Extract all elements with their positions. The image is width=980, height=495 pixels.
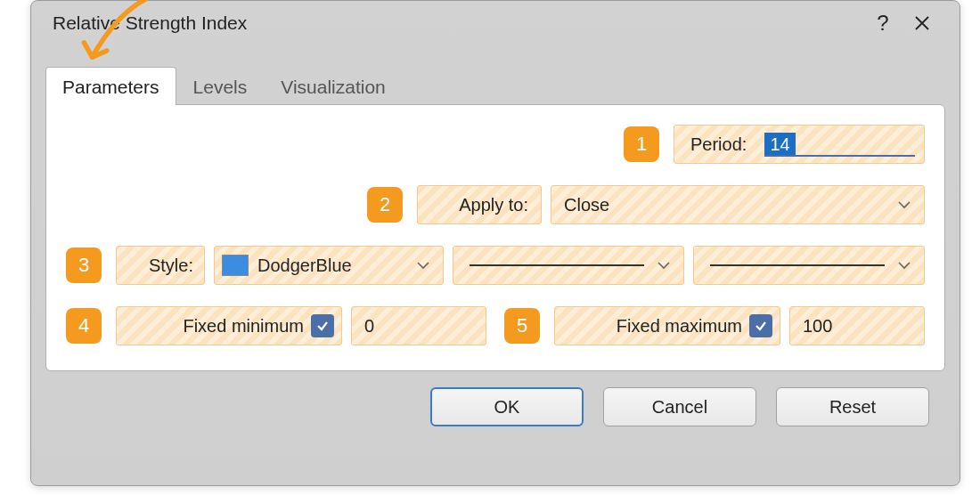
fixed-maximum-value: 100 bbox=[803, 316, 832, 337]
row-period: 1 Period: 14 bbox=[66, 125, 925, 164]
annotation-badge-1: 1 bbox=[624, 126, 659, 162]
style-line-width-select[interactable] bbox=[693, 246, 925, 285]
close-button[interactable] bbox=[902, 14, 942, 32]
fixed-minimum-group: Fixed minimum bbox=[116, 306, 342, 345]
titlebar: Relative Strength Index ? bbox=[31, 1, 960, 45]
fixed-maximum-group: Fixed maximum bbox=[554, 306, 780, 345]
fixed-minimum-label: Fixed minimum bbox=[183, 316, 304, 337]
chevron-down-icon bbox=[657, 261, 674, 270]
annotation-badge-4: 4 bbox=[66, 308, 102, 344]
dialog-window: Relative Strength Index ? Parameters Lev… bbox=[30, 0, 960, 486]
fixed-maximum-checkbox[interactable] bbox=[749, 314, 772, 337]
fixed-minimum-checkbox[interactable] bbox=[311, 314, 334, 337]
tab-visualization[interactable]: Visualization bbox=[264, 67, 403, 105]
tab-levels[interactable]: Levels bbox=[176, 67, 265, 105]
period-value: 14 bbox=[764, 133, 795, 157]
ok-button[interactable]: OK bbox=[430, 387, 584, 426]
button-row: OK Cancel Reset bbox=[31, 371, 960, 426]
annotation-badge-2: 2 bbox=[367, 187, 403, 223]
chevron-down-icon bbox=[897, 200, 915, 209]
input-underline bbox=[764, 155, 915, 157]
row-fixed-range: 4 Fixed minimum 0 5 Fixed maximum 100 bbox=[66, 306, 925, 345]
fixed-maximum-value-box[interactable]: 100 bbox=[789, 306, 925, 345]
chevron-down-icon bbox=[897, 261, 915, 270]
style-color-name: DodgerBlue bbox=[257, 256, 416, 276]
dialog-title: Relative Strength Index bbox=[53, 12, 863, 34]
line-type-sample bbox=[470, 264, 644, 266]
fixed-minimum-value: 0 bbox=[364, 316, 374, 337]
style-color-select[interactable]: DodgerBlue bbox=[214, 246, 444, 285]
period-label: Period: bbox=[690, 134, 747, 155]
fixed-minimum-value-box[interactable]: 0 bbox=[351, 306, 486, 345]
color-swatch bbox=[222, 255, 249, 276]
apply-to-select[interactable]: Close bbox=[551, 185, 925, 224]
close-icon bbox=[913, 14, 931, 32]
apply-to-value: Close bbox=[564, 195, 609, 215]
style-line-type-select[interactable] bbox=[453, 246, 684, 285]
apply-to-label: Apply to: bbox=[459, 195, 528, 215]
annotation-badge-3: 3 bbox=[66, 248, 102, 283]
style-label-box: Style: bbox=[116, 246, 205, 285]
tab-strip: Parameters Levels Visualization bbox=[31, 67, 960, 105]
period-field-group: Period: 14 bbox=[674, 125, 925, 164]
reset-button[interactable]: Reset bbox=[776, 387, 929, 426]
fixed-maximum-label: Fixed maximum bbox=[617, 316, 742, 337]
line-width-sample bbox=[710, 264, 885, 266]
annotation-badge-5: 5 bbox=[504, 308, 540, 344]
tab-parameters[interactable]: Parameters bbox=[45, 67, 176, 105]
check-icon bbox=[315, 319, 330, 333]
style-label: Style: bbox=[149, 256, 193, 276]
apply-to-label-box: Apply to: bbox=[417, 185, 542, 224]
check-icon bbox=[754, 319, 768, 333]
cancel-button[interactable]: Cancel bbox=[603, 387, 756, 426]
period-input[interactable]: 14 bbox=[764, 133, 915, 157]
row-apply-to: 2 Apply to: Close bbox=[66, 185, 925, 224]
tab-page-parameters: 1 Period: 14 2 Apply to: Close bbox=[45, 104, 945, 371]
help-button[interactable]: ? bbox=[863, 11, 902, 36]
row-style: 3 Style: DodgerBlue bbox=[66, 246, 925, 285]
chevron-down-icon bbox=[416, 261, 434, 270]
